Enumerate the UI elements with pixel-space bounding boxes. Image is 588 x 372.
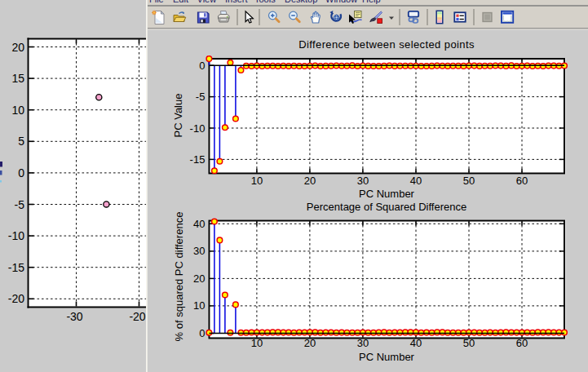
svg-text:10: 10 [251,337,263,349]
svg-text:-10: -10 [8,229,24,242]
svg-text:PC Number: PC Number [359,351,415,363]
svg-text:-20: -20 [129,310,145,323]
svg-text:-10: -10 [190,122,206,135]
svg-text:File: File [149,0,164,4]
svg-text:10: 10 [193,299,205,312]
svg-text:60: 60 [516,175,528,187]
svg-text:30: 30 [193,245,205,257]
svg-text:Tools: Tools [254,0,276,4]
svg-text:Window: Window [325,0,357,4]
svg-text:-5: -5 [196,91,206,103]
svg-text:50: 50 [463,175,475,187]
svg-text:15: 15 [11,72,24,85]
svg-text:Edit: Edit [173,0,188,4]
svg-text:Difference between selected po: Difference between selected points [298,38,475,51]
svg-text:-20: -20 [8,292,24,305]
svg-text:0: 0 [199,327,205,339]
svg-text:-15: -15 [8,261,24,274]
svg-text:60: 60 [516,337,528,349]
svg-text:Percentage of Squared Differen: Percentage of Squared Difference [307,201,466,213]
svg-text:40: 40 [410,175,422,187]
svg-text:30: 30 [357,175,369,187]
svg-text:20: 20 [304,337,316,349]
svg-text:Desktop: Desktop [285,0,317,4]
svg-text:Insert: Insert [225,0,248,4]
svg-text:% of squared PC difference: % of squared PC difference [173,212,185,342]
svg-text:20: 20 [193,272,205,285]
svg-text:20: 20 [304,175,316,187]
svg-text:50: 50 [463,337,475,349]
svg-text:40: 40 [410,337,422,349]
svg-text:40: 40 [193,218,205,230]
svg-text:0: 0 [199,60,205,72]
svg-text:PC Number: PC Number [359,188,415,200]
svg-text:30: 30 [357,337,369,349]
svg-text:0: 0 [18,166,24,179]
svg-text:10: 10 [251,175,263,187]
svg-text:10: 10 [11,104,24,117]
svg-text:Help: Help [362,0,381,4]
svg-text:-30: -30 [66,310,82,323]
svg-text:-15: -15 [190,153,206,166]
svg-text:View: View [197,0,217,4]
svg-text:20: 20 [11,41,24,54]
svg-text:-5: -5 [15,198,25,211]
svg-text:PC Value: PC Value [172,94,184,138]
svg-text:5: 5 [18,135,24,148]
